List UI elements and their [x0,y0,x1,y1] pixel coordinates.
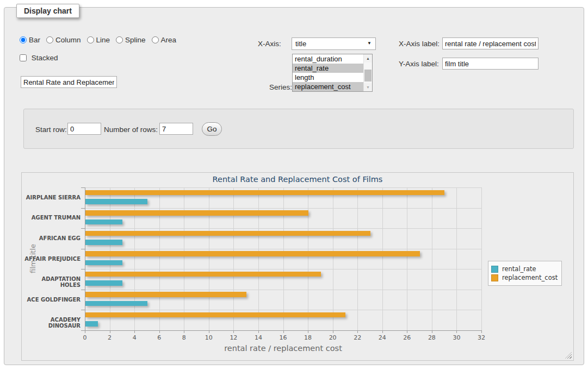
chart-type-label: Spline [125,36,146,44]
gridline-vertical [184,187,184,330]
bar-rental_rate[interactable] [85,280,122,286]
x-tick-label: 28 [423,334,441,341]
category-label: AIRPLANE SIERRA [23,195,81,200]
bar-replacement_cost[interactable] [85,312,345,318]
category-label: AFFAIR PREJUDICE [23,256,81,262]
x-tick-label: 30 [447,334,466,341]
chart-type-radio-column[interactable] [46,36,53,43]
number-of-rows-input[interactable] [159,123,193,135]
chart-type-option-column[interactable]: Column [46,36,81,44]
scroll-thumb[interactable] [364,70,372,81]
x-tick-label: 6 [150,334,169,341]
stacked-checkbox-label[interactable]: Stacked [20,54,58,62]
y-tick-mark [81,290,85,290]
x-axis-label-label: X-Axis label: [399,40,440,48]
legend-label: replacement_cost [502,274,558,281]
y-tick-mark [81,249,85,249]
gridline-horizontal [85,290,481,290]
chart-type-option-bar[interactable]: Bar [20,36,40,44]
bar-replacement_cost[interactable] [85,292,246,297]
chart-type-option-area[interactable]: Area [152,36,177,44]
stacked-checkbox[interactable] [20,54,27,61]
chart-type-radio-spline[interactable] [116,36,123,43]
gridline-vertical [333,187,333,330]
gridline-vertical [382,187,383,330]
series-scrollbar[interactable]: ▲ ▼ [363,54,372,91]
x-tick-label: 18 [299,334,317,341]
legend-label: rental_rate [502,265,536,273]
gridline-vertical [258,187,259,330]
chart-type-label: Column [55,36,81,44]
series-option-replacement_cost[interactable]: replacement_cost [293,82,364,91]
x-axis-select-label: X-Axis: [258,40,281,48]
gridline-vertical [283,187,284,330]
gridline-vertical [233,187,234,330]
y-axis-line [85,187,85,330]
chart-type-option-spline[interactable]: Spline [116,36,146,44]
gridline-vertical [407,187,407,330]
chart-type-label: Line [96,36,110,44]
series-options: rental_durationrental_ratelengthreplacem… [293,54,372,91]
category-label: ACE GOLDFINGER [23,297,81,303]
gridline-vertical [134,187,135,330]
series-option-length[interactable]: length [293,73,364,82]
chart-title-input[interactable] [21,76,117,88]
category-label: ACADEMY DINOSAUR [23,317,81,329]
scroll-up-icon[interactable]: ▲ [364,54,372,62]
gridline-horizontal [85,228,481,229]
gridline-vertical [110,187,110,330]
y-tick-mark [81,228,85,229]
x-axis-label-input[interactable] [442,37,539,49]
bar-rental_rate[interactable] [85,240,122,245]
y-tick-mark [81,310,85,310]
x-axis-title: rental rate / replacement cost [85,344,481,353]
x-tick-label: 4 [125,334,144,341]
gridline-vertical [481,187,482,330]
series-listbox[interactable]: rental_durationrental_ratelengthreplacem… [292,54,373,92]
series-option-rental_rate[interactable]: rental_rate [293,64,364,73]
y-axis-label-input[interactable] [442,58,539,70]
x-tick-label: 22 [348,334,367,341]
bar-rental_rate[interactable] [85,220,122,225]
x-axis-line [85,330,481,331]
go-button[interactable]: Go [202,122,222,136]
x-tick-label: 14 [249,334,268,341]
x-tick-label: 16 [274,334,293,341]
resize-handle-icon[interactable] [565,352,572,359]
bar-replacement_cost[interactable] [85,210,308,216]
x-axis-select[interactable]: title ▼ [292,37,376,50]
x-tick-label: 32 [472,334,491,341]
series-list-label: Series: [269,83,292,91]
bar-rental_rate[interactable] [85,199,147,204]
panel-title: Display chart [16,4,79,18]
gridline-horizontal [85,208,481,209]
bar-replacement_cost[interactable] [85,272,321,277]
series-option-rental_duration[interactable]: rental_duration [293,54,364,64]
chart-container: Rental Rate and Replacement Cost of Film… [21,172,574,361]
category-label: AFRICAN EGG [23,235,81,241]
scroll-down-icon[interactable]: ▼ [364,83,372,91]
stacked-label: Stacked [32,54,58,62]
chart-title: Rental Rate and Replacement Cost of Film… [22,175,573,184]
bar-rental_rate[interactable] [85,301,147,306]
x-tick-label: 2 [101,334,119,341]
y-tick-mark [81,330,85,331]
chart-type-radio-bar[interactable] [20,36,27,43]
x-tick-label: 24 [373,334,392,341]
chart-type-radio-line[interactable] [87,36,94,43]
start-row-input[interactable] [67,123,101,135]
chart-type-option-line[interactable]: Line [87,36,110,44]
y-axis-label-label: Y-Axis label: [399,60,439,68]
x-tick-label: 12 [224,334,243,341]
bar-rental_rate[interactable] [85,321,98,327]
bar-rental_rate[interactable] [85,260,122,266]
chevron-down-icon: ▼ [367,41,372,46]
chart-type-radio-area[interactable] [152,36,159,43]
x-axis-select-value: title [295,40,306,48]
bar-replacement_cost[interactable] [85,251,420,256]
x-tick-label: 26 [398,334,416,341]
gridline-vertical [432,187,432,330]
gridline-horizontal [85,310,481,310]
bar-replacement_cost[interactable] [85,190,444,196]
bar-replacement_cost[interactable] [85,231,370,236]
